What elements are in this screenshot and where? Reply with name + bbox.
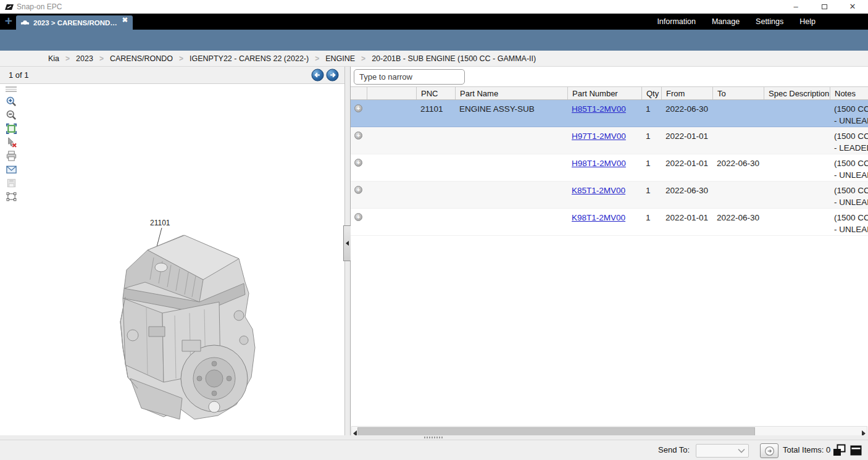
send-button[interactable]	[760, 443, 778, 458]
save-button-disabled	[5, 177, 17, 189]
new-tab-button[interactable]: +	[2, 14, 15, 30]
collapse-left-icon	[346, 241, 349, 246]
part-name-cell	[456, 209, 568, 235]
breadcrumb-item[interactable]: 2023	[76, 54, 93, 63]
previous-page-button[interactable]	[311, 69, 324, 82]
menu-item-help[interactable]: Help	[799, 17, 816, 26]
part-number-link[interactable]: K98T1-2MV00	[572, 213, 625, 222]
breadcrumb-separator: >	[65, 54, 70, 63]
viewer-header: 1 of 1	[0, 67, 344, 84]
breadcrumb-separator: >	[315, 54, 319, 63]
breadcrumb-item[interactable]: IGENPTY22 - CARENS 22 (2022-)	[190, 54, 309, 63]
part-name-cell	[456, 182, 568, 208]
toolbar-grip-handle[interactable]	[6, 86, 17, 92]
table-row[interactable]: K98T1-2MV00 1 2022-01-01 2022-06-30 (150…	[351, 209, 868, 236]
menu-item-information[interactable]: Information	[657, 17, 696, 26]
spec-description-cell	[764, 209, 830, 235]
tab-close-icon[interactable]: ✖	[122, 16, 128, 24]
marquee-select-button[interactable]	[5, 190, 17, 203]
column-header[interactable]: Qty	[642, 87, 662, 99]
title-bar: Snap-on EPC – ✕	[0, 0, 868, 14]
spec-description-cell	[764, 127, 830, 154]
fit-to-window-button[interactable]	[5, 122, 17, 135]
expand-row-icon[interactable]	[354, 186, 362, 194]
column-header[interactable]: From	[662, 87, 713, 99]
send-arrow-icon	[764, 446, 775, 456]
part-name-cell	[456, 127, 568, 154]
page-indicator: 1 of 1	[9, 70, 29, 80]
qty-cell: 1	[642, 154, 662, 181]
breadcrumb-item[interactable]: ENGINE	[325, 54, 355, 63]
part-number-link[interactable]: K85T1-2MV00	[572, 186, 625, 195]
part-number-link[interactable]: H98T1-2MV00	[572, 159, 626, 168]
table-row[interactable]: K85T1-2MV00 1 2022-06-30 (1500 CC- UNLEA…	[351, 182, 868, 209]
menu-item-manage[interactable]: Manage	[712, 17, 740, 26]
part-name-cell: ENGINE ASSY-SUB	[456, 100, 568, 127]
send-to-label: Send To:	[658, 445, 690, 454]
from-cell: 2022-06-30	[662, 182, 713, 208]
table-row[interactable]: H97T1-2MV00 1 2022-01-01 (1500 CC- LEADE…	[351, 127, 868, 154]
qty-cell: 1	[642, 127, 662, 154]
column-header[interactable]: Notes	[830, 87, 868, 99]
menu-item-settings[interactable]: Settings	[756, 17, 783, 26]
breadcrumb-item[interactable]: Kia	[48, 54, 59, 63]
email-button[interactable]	[5, 163, 17, 175]
single-window-icon[interactable]	[849, 444, 863, 459]
restore-icon	[822, 4, 827, 9]
column-header[interactable]: Part Name	[456, 87, 568, 99]
table-row[interactable]: 21101 ENGINE ASSY-SUB H85T1-2MV00 1 2022…	[351, 100, 868, 127]
part-number-link[interactable]: H97T1-2MV00	[572, 132, 626, 141]
qty-cell: 1	[642, 182, 662, 208]
breadcrumb-items: Kia>2023>CARENS/RONDO>IGENPTY22 - CARENS…	[48, 51, 536, 67]
column-header[interactable]: To	[713, 87, 764, 99]
spec-description-cell	[764, 182, 830, 208]
expand-row-icon[interactable]	[354, 213, 362, 221]
print-button[interactable]	[5, 149, 17, 162]
chevron-down-icon	[738, 448, 745, 453]
notes-cell: (1500 CC- UNLEAD	[830, 182, 868, 208]
to-cell: 2022-06-30	[713, 209, 764, 235]
from-cell: 2022-01-01	[662, 209, 713, 235]
tile-windows-icon[interactable]	[832, 444, 846, 459]
breadcrumb: Kia>2023>CARENS/RONDO>IGENPTY22 - CARENS…	[0, 51, 868, 67]
close-window-button[interactable]: ✕	[845, 1, 861, 12]
parts-table: PNCPart NamePart NumberQtyFromToSpec Des…	[351, 86, 868, 236]
bottom-splitter-grip[interactable]	[424, 437, 444, 438]
spec-description-cell	[764, 100, 830, 127]
breadcrumb-separator: >	[99, 54, 104, 63]
illustration-panel: 1 of 1	[0, 67, 344, 435]
column-header[interactable]	[351, 87, 367, 99]
expand-row-icon[interactable]	[354, 159, 362, 167]
column-header[interactable]: Part Number	[568, 87, 642, 99]
notes-cell: (1500 CC- UNLEAD	[830, 154, 868, 181]
pointer-disable-button[interactable]	[5, 136, 17, 148]
notes-cell: (1500 CC- UNLEAD	[830, 100, 868, 127]
tab-bar: + 2023 > CARENS/ROND… ✖ InformationManag…	[0, 14, 868, 30]
notes-cell: (1500 CC- LEADED	[830, 127, 868, 154]
expand-row-icon[interactable]	[354, 104, 362, 112]
column-header[interactable]: PNC	[417, 87, 456, 99]
restore-button[interactable]	[816, 1, 832, 12]
send-to-select[interactable]	[696, 444, 749, 458]
zoom-out-button[interactable]	[5, 109, 17, 121]
part-number-link[interactable]: H85T1-2MV00	[572, 104, 626, 114]
table-row[interactable]: H98T1-2MV00 1 2022-01-01 2022-06-30 (150…	[351, 154, 868, 182]
bottom-splitter-band	[0, 435, 868, 440]
snap-on-epc-window: Snap-on EPC – ✕ + 2023 > CARENS/ROND… ✖ …	[0, 0, 868, 460]
engine-illustration[interactable]	[90, 223, 265, 427]
vin-search-bar: Enter VIN Find VIN Filters ✔ Enter searc…	[0, 30, 868, 51]
minimize-button[interactable]: –	[788, 1, 804, 12]
breadcrumb-item[interactable]: CARENS/RONDO	[110, 54, 173, 63]
to-cell	[713, 182, 764, 208]
column-header[interactable]: Spec Description	[764, 87, 830, 99]
part-name-cell	[456, 154, 568, 181]
from-cell: 2022-01-01	[662, 127, 713, 154]
type-to-narrow-input[interactable]: Type to narrow	[354, 69, 465, 85]
next-page-button[interactable]	[326, 69, 339, 82]
breadcrumb-item[interactable]: 20-201B - SUB ENGINE (1500 CC - GAMMA-II…	[372, 54, 536, 63]
narrow-placeholder: Type to narrow	[359, 72, 412, 82]
expand-row-icon[interactable]	[354, 132, 362, 140]
tab-active[interactable]: 2023 > CARENS/ROND… ✖	[16, 15, 133, 30]
zoom-in-button[interactable]	[5, 95, 17, 107]
column-header[interactable]	[367, 87, 417, 99]
